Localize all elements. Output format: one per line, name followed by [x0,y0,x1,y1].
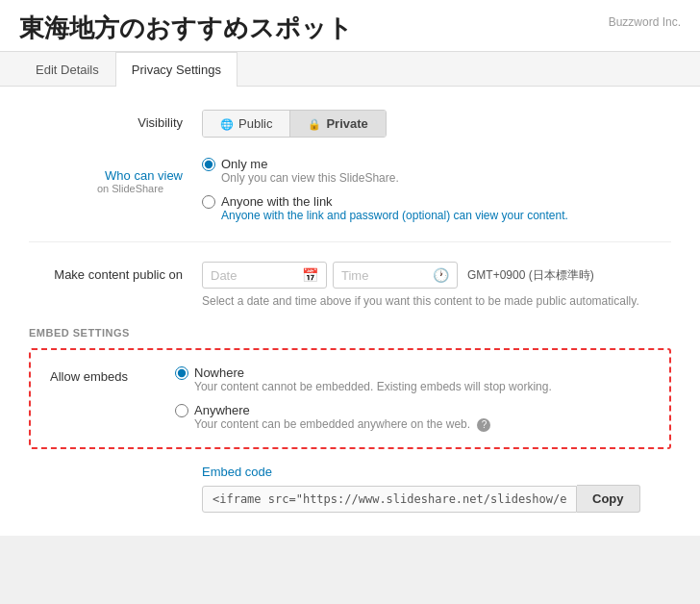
public-button[interactable]: Public [203,111,289,137]
visibility-label: Visibility [29,110,202,130]
calendar-icon: 📅 [302,267,318,283]
embed-settings-section: EMBED SETTINGS Allow embeds Nowhere Your… [29,327,671,513]
anywhere-desc: Your content can be embedded anywhere on… [194,417,552,432]
anyone-link-radio[interactable] [202,195,215,209]
tabs-bar: Edit Details Privacy Settings [0,52,700,87]
help-icon[interactable]: ? [477,418,490,432]
make-public-row: Make content public on Date 📅 Time 🕐 GMT… [29,262,671,308]
tab-edit-details[interactable]: Edit Details [19,52,115,87]
visibility-row: Visibility Public Private [29,110,671,138]
only-me-text: Only me [221,157,267,171]
nowhere-label[interactable]: Nowhere [175,365,552,380]
who-can-view-row: Who can view on SlideShare Only me Only … [29,157,671,222]
tab-privacy-settings[interactable]: Privacy Settings [115,52,238,87]
nowhere-text: Nowhere [194,365,244,380]
anywhere-label[interactable]: Anywhere [175,403,552,417]
date-input-container[interactable]: Date 📅 [202,262,327,289]
anywhere-radio[interactable] [175,404,188,417]
public-label: Public [238,116,272,131]
who-can-view-sublabel: on SlideShare [29,183,183,194]
who-can-view-label: Who can view [29,163,202,183]
anyone-link-label[interactable]: Anyone with the link [202,194,568,209]
header: 東海地方のおすすめスポット Buzzword Inc. [0,0,700,52]
anywhere-text: Anywhere [194,403,250,417]
anyone-link-text: Anyone with the link [221,194,333,209]
main-content: Visibility Public Private Who can view o… [0,87,700,536]
brand-name: Buzzword Inc. [609,15,681,29]
anywhere-option: Anywhere Your content can be embedded an… [175,403,552,432]
only-me-label[interactable]: Only me [202,157,568,171]
who-can-view-options: Only me Only you can view this SlideShar… [202,157,568,222]
embed-options: Nowhere Your content cannot be embedded.… [175,365,552,432]
nowhere-option: Nowhere Your content cannot be embedded.… [175,365,552,393]
only-me-radio[interactable] [202,158,215,171]
visibility-buttons: Public Private [202,110,387,138]
anyone-link-desc: Anyone with the link and password (optio… [221,209,568,222]
time-placeholder: Time [341,268,368,283]
date-placeholder: Date [211,268,237,283]
only-me-option: Only me Only you can view this SlideShar… [202,157,568,185]
clock-icon: 🕐 [433,267,449,283]
embed-code-row: Copy [202,485,671,513]
only-me-desc: Only you can view this SlideShare. [221,171,568,185]
anyone-link-option: Anyone with the link Anyone with the lin… [202,194,568,222]
globe-icon [220,116,234,131]
date-time-row: Date 📅 Time 🕐 GMT+0900 (日本標準時) [202,262,639,289]
make-public-helper: Select a date and time above if you want… [202,294,639,308]
who-can-view-label-wrap: Who can view on SlideShare [29,157,202,194]
make-public-label: Make content public on [29,262,202,282]
embed-code-label: Embed code [202,465,671,479]
copy-button[interactable]: Copy [577,485,640,513]
nowhere-radio[interactable] [175,366,188,380]
divider-1 [29,241,671,242]
timezone-label: GMT+0900 (日本標準時) [467,267,594,284]
allow-embeds-label: Allow embeds [50,365,175,384]
private-button[interactable]: Private [289,111,385,137]
private-label: Private [326,116,367,131]
page-title: 東海地方のおすすめスポット [19,12,353,45]
embed-row: Allow embeds Nowhere Your content cannot… [50,365,650,432]
embed-code-input[interactable] [202,486,577,513]
embed-box: Allow embeds Nowhere Your content cannot… [29,348,671,449]
make-public-controls: Date 📅 Time 🕐 GMT+0900 (日本標準時) Select a … [202,262,639,308]
nowhere-desc: Your content cannot be embedded. Existin… [194,380,552,393]
embed-section-label: EMBED SETTINGS [29,327,671,339]
time-input-container[interactable]: Time 🕐 [333,262,458,289]
lock-icon [308,116,321,131]
